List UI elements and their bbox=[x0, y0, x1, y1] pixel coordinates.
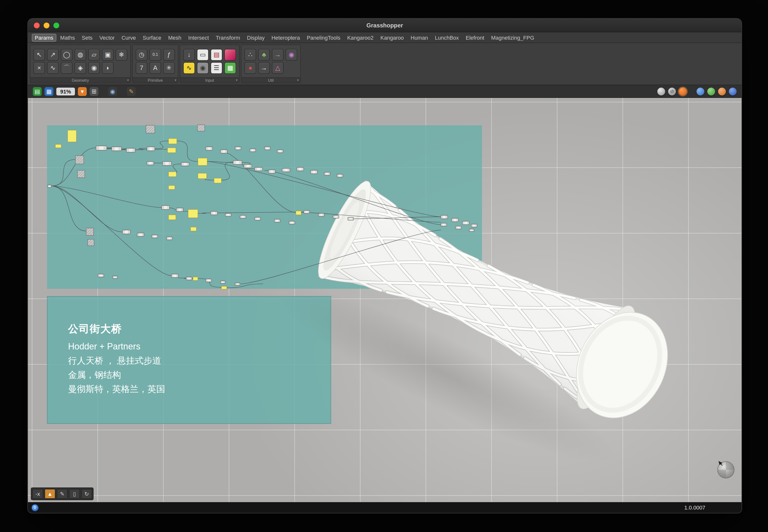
cherry-picker-icon[interactable]: ● bbox=[245, 62, 256, 74]
import-icon[interactable]: ↓ bbox=[183, 49, 195, 60]
gh-panel[interactable] bbox=[296, 211, 301, 215]
gh-disabled-component[interactable] bbox=[75, 156, 84, 164]
gh-panel[interactable] bbox=[68, 130, 76, 142]
menu-tab-kangaroo[interactable]: Kangaroo bbox=[377, 34, 407, 41]
device-icon[interactable]: ▯ bbox=[69, 489, 80, 499]
document-preview-icon[interactable] bbox=[707, 87, 715, 95]
gradient-icon[interactable] bbox=[224, 49, 236, 60]
data-recorder-icon[interactable]: ◉ bbox=[286, 49, 297, 60]
select-arrow-icon[interactable]: ↖ bbox=[33, 49, 45, 60]
relay-icon[interactable]: ∴ bbox=[245, 49, 256, 60]
ribbon-group-expand-icon[interactable]: ▾ bbox=[174, 78, 176, 82]
circle-icon[interactable]: ◍ bbox=[74, 49, 86, 60]
navigation-sphere[interactable] bbox=[714, 458, 736, 480]
menu-tab-magnetizing-fpg[interactable]: Magnetizing_FPG bbox=[488, 34, 537, 41]
menu-tab-panelingtools[interactable]: PanelingTools bbox=[304, 34, 343, 41]
ribbon-group-expand-icon[interactable]: ▾ bbox=[236, 78, 238, 82]
vector-icon[interactable]: ↗ bbox=[47, 49, 59, 60]
zoom-level-display[interactable]: 91% bbox=[56, 87, 75, 95]
gh-panel[interactable] bbox=[190, 227, 197, 231]
gh-panel[interactable] bbox=[167, 148, 176, 153]
remote-panel-icon[interactable] bbox=[729, 87, 737, 95]
panel-icon[interactable]: ▭ bbox=[197, 49, 209, 60]
no-preview-icon[interactable]: ⊘ bbox=[668, 87, 676, 95]
menu-tab-display[interactable]: Display bbox=[244, 34, 268, 41]
gh-panel[interactable] bbox=[193, 277, 198, 280]
gh-disabled-component[interactable] bbox=[77, 170, 85, 178]
shaded-preview-icon[interactable] bbox=[679, 87, 687, 95]
text-icon[interactable]: A bbox=[149, 62, 161, 74]
preview-eye-icon[interactable]: ◉ bbox=[108, 87, 117, 96]
graph-mapper-icon[interactable]: ∿ bbox=[183, 62, 195, 74]
gh-panel[interactable] bbox=[188, 209, 198, 218]
new-definition-icon[interactable]: ▤ bbox=[33, 87, 42, 96]
jump-icon[interactable]: → bbox=[272, 49, 284, 60]
zoom-dropdown-icon[interactable]: ▾ bbox=[78, 87, 87, 96]
ribbon-group-expand-icon[interactable]: ▾ bbox=[297, 78, 299, 82]
maximize-button[interactable] bbox=[53, 22, 59, 28]
mesh-icon[interactable]: ❄ bbox=[115, 49, 127, 60]
menu-tab-sets[interactable]: Sets bbox=[79, 34, 95, 41]
gh-panel[interactable] bbox=[214, 178, 222, 183]
gh-panel[interactable] bbox=[198, 158, 207, 165]
facet-icon[interactable]: ◈ bbox=[74, 62, 86, 74]
box-icon[interactable]: ▣ bbox=[102, 49, 114, 60]
galapagos-icon[interactable]: △ bbox=[272, 62, 284, 74]
sketch-tool-icon[interactable]: ✎ bbox=[57, 489, 68, 499]
paint-canvas-icon[interactable]: ✎ bbox=[127, 87, 136, 96]
titlebar[interactable]: Grasshopper bbox=[28, 19, 742, 32]
menu-tab-mesh[interactable]: Mesh bbox=[165, 34, 184, 41]
pointer-tag-icon[interactable]: ▲ bbox=[45, 489, 55, 499]
gh-panel[interactable] bbox=[168, 172, 176, 177]
sphere-icon[interactable]: ◉ bbox=[88, 62, 100, 74]
time-icon[interactable]: ◷ bbox=[136, 49, 147, 60]
ellipse-icon[interactable]: ◯ bbox=[61, 49, 72, 60]
gh-disabled-component[interactable] bbox=[146, 125, 155, 133]
gh-disabled-component[interactable] bbox=[198, 125, 205, 131]
zoom-extents-icon[interactable]: ⊞ bbox=[90, 87, 98, 96]
colour-swatch-icon[interactable]: ▦ bbox=[224, 62, 236, 74]
menu-tab-vector[interactable]: Vector bbox=[96, 34, 117, 41]
ribbon-group-expand-icon[interactable]: ▾ bbox=[127, 78, 129, 82]
menu-tab-params[interactable]: Params bbox=[32, 34, 56, 41]
menu-tab-elefront[interactable]: Elefront bbox=[463, 34, 487, 41]
arc-icon[interactable]: ⌒ bbox=[61, 62, 72, 74]
gh-canvas[interactable]: 公司街大桥 Hodder + Partners 行人天桥 ， 悬挂式步道 金属，… bbox=[28, 98, 742, 502]
save-icon[interactable]: ▦ bbox=[45, 87, 53, 96]
gh-disabled-component[interactable] bbox=[86, 228, 93, 235]
gh-panel[interactable] bbox=[168, 215, 176, 220]
recompute-icon[interactable]: ↻ bbox=[81, 489, 92, 499]
menu-tab-heteroptera[interactable]: Heteroptera bbox=[269, 34, 303, 41]
gh-disabled-component[interactable] bbox=[88, 239, 94, 246]
integer-icon[interactable]: 7 bbox=[136, 62, 147, 74]
node-graph[interactable] bbox=[28, 98, 742, 502]
minimize-button[interactable] bbox=[44, 22, 49, 28]
gh-panel[interactable] bbox=[168, 139, 177, 144]
pinwheel-icon[interactable]: ✳ bbox=[163, 62, 175, 74]
trigger-icon[interactable]: → bbox=[258, 62, 270, 74]
gh-panel[interactable] bbox=[198, 173, 207, 179]
notes-icon[interactable]: ▤ bbox=[211, 49, 223, 60]
knob-icon[interactable]: ◉ bbox=[197, 62, 209, 74]
plane-icon[interactable]: ▱ bbox=[88, 49, 100, 60]
surface-icon[interactable]: ◗ bbox=[102, 62, 114, 74]
custom-preview-icon[interactable] bbox=[718, 87, 726, 95]
menu-tab-maths[interactable]: Maths bbox=[57, 34, 78, 41]
script-icon[interactable]: ƒ bbox=[163, 49, 175, 60]
curve-icon[interactable]: ∿ bbox=[47, 62, 59, 74]
gh-panel[interactable] bbox=[168, 185, 175, 189]
menu-tab-surface[interactable]: Surface bbox=[140, 34, 164, 41]
menu-tab-transform[interactable]: Transform bbox=[213, 34, 243, 41]
only-draw-selected-icon[interactable] bbox=[697, 87, 704, 95]
close-icon[interactable]: × bbox=[33, 62, 45, 74]
gh-panel[interactable] bbox=[222, 286, 227, 289]
menu-tab-curve[interactable]: Curve bbox=[118, 34, 139, 41]
close-button[interactable] bbox=[34, 22, 40, 28]
menu-tab-intersect[interactable]: Intersect bbox=[185, 34, 212, 41]
gh-panel[interactable] bbox=[55, 144, 61, 148]
number-slider-icon[interactable]: 0.1 bbox=[149, 49, 161, 60]
menu-tab-lunchbox[interactable]: LunchBox bbox=[432, 34, 462, 41]
menu-tab-human[interactable]: Human bbox=[408, 34, 431, 41]
remote-control-panel-icon[interactable]: -x bbox=[32, 489, 43, 499]
tree-icon[interactable]: ♣ bbox=[258, 49, 270, 60]
